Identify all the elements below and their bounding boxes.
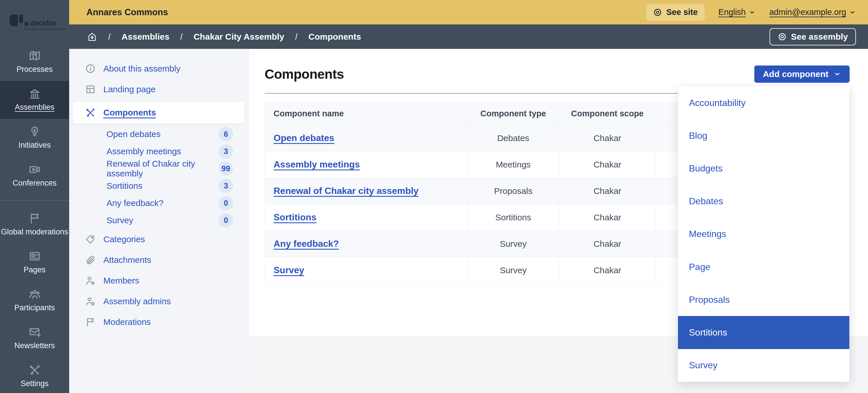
- menu-item[interactable]: Categories: [69, 229, 249, 250]
- sidebar-item[interactable]: Pages: [0, 244, 69, 282]
- component-link[interactable]: Renewal of Chakar city assembly: [274, 186, 418, 196]
- menu-item[interactable]: Assembly admins: [69, 291, 249, 312]
- page-title: Components: [265, 66, 344, 82]
- dropdown-item[interactable]: Budgets: [678, 152, 849, 185]
- submenu-item[interactable]: Open debates 6: [69, 125, 249, 143]
- user-menu[interactable]: admin@example.org: [769, 7, 856, 17]
- sidebar-item[interactable]: Settings: [0, 357, 69, 393]
- tag-icon: [85, 234, 96, 245]
- dropdown-item-label: Proposals: [689, 294, 730, 305]
- pages-icon: [28, 250, 41, 262]
- submenu-item[interactable]: Sortitions 3: [69, 177, 249, 195]
- component-link[interactable]: Survey: [274, 265, 304, 275]
- column-header-component-name: Component name: [265, 103, 468, 125]
- see-assembly-button[interactable]: See assembly: [770, 28, 856, 46]
- flag-icon: [28, 212, 41, 225]
- sidebar-item-label: Pages: [24, 265, 45, 274]
- assembly-menu-panel: About this assembly Landing page Compone…: [69, 49, 249, 393]
- component-link[interactable]: Open debates: [274, 133, 334, 143]
- logo-bar-icon: [19, 15, 23, 23]
- submenu-item[interactable]: Assembly meetings 3: [69, 143, 249, 160]
- menu-item[interactable]: Landing page: [69, 79, 249, 100]
- topbar: Annares Commons See site English admin@e…: [69, 0, 868, 24]
- component-link[interactable]: Assembly meetings: [274, 159, 360, 169]
- breadcrumb-assembly[interactable]: Chakar City Assembly: [193, 32, 284, 41]
- see-site-button[interactable]: See site: [646, 4, 705, 21]
- dropdown-item[interactable]: Accountability: [678, 86, 849, 119]
- sidebar-item[interactable]: Initiatives: [0, 119, 69, 157]
- sidebar-item-label: Conferences: [12, 179, 57, 188]
- dropdown-item[interactable]: Sortitions: [678, 316, 849, 349]
- sidebar-item[interactable]: Global moderations: [0, 206, 69, 244]
- submenu-item-label: Assembly meetings: [106, 146, 181, 156]
- submenu-item[interactable]: Renewal of Chakar city assembly 99: [69, 160, 249, 177]
- breadcrumb-assemblies[interactable]: Assemblies: [121, 32, 169, 41]
- info-icon: [85, 63, 96, 74]
- sidebar-item-label: Assemblies: [14, 103, 54, 112]
- menu-item-label: Components: [103, 108, 156, 117]
- home-icon[interactable]: [87, 32, 97, 42]
- user-email: admin@example.org: [769, 7, 846, 17]
- user-gear-icon: [85, 296, 96, 307]
- menu-item-label: Categories: [103, 234, 145, 244]
- sidebar-item-label: Settings: [21, 379, 49, 388]
- dropdown-item[interactable]: Page: [678, 251, 849, 283]
- sidebar-item[interactable]: Conferences: [0, 157, 69, 195]
- submenu-item[interactable]: Survey 0: [69, 212, 249, 229]
- logo-wordmark: decidim: [30, 20, 57, 26]
- conferences-video-icon: [28, 163, 41, 176]
- component-scope-cell: Chakar: [559, 178, 656, 204]
- decidim-logo: decidim free open-source democracy: [0, 0, 69, 43]
- count-badge: 3: [219, 179, 233, 193]
- component-type-cell: Survey: [468, 257, 559, 284]
- component-scope-cell: Chakar: [559, 151, 656, 178]
- count-badge: 99: [219, 162, 233, 176]
- dropdown-item[interactable]: Proposals: [678, 283, 849, 316]
- initiatives-bulb-icon: [28, 125, 41, 138]
- component-type-cell: Sortitions: [468, 204, 559, 231]
- menu-item[interactable]: Moderations: [69, 312, 249, 332]
- language-selector[interactable]: English: [718, 7, 755, 17]
- component-link[interactable]: Sortitions: [274, 212, 316, 222]
- processes-map-icon: [28, 49, 41, 62]
- eye-icon: [653, 8, 662, 17]
- menu-item-label: Attachments: [103, 255, 151, 265]
- menu-item-label: Moderations: [103, 317, 151, 327]
- sidebar-item[interactable]: Assemblies: [0, 81, 69, 119]
- menu-item[interactable]: Members: [69, 270, 249, 291]
- components-submenu: Open debates 6 Assembly meetings 3 Renew…: [69, 125, 249, 229]
- submenu-item-label: Renewal of Chakar city assembly: [106, 159, 219, 178]
- sidebar-item[interactable]: Processes: [0, 43, 69, 81]
- assemblies-bank-icon: [28, 87, 41, 100]
- sidebar-divider: [0, 200, 69, 200]
- dropdown-item-label: Blog: [689, 131, 707, 141]
- user-gear-icon: [85, 275, 96, 286]
- submenu-item[interactable]: Any feedback? 0: [69, 195, 249, 212]
- sidebar-item[interactable]: Participants: [0, 282, 69, 319]
- component-link[interactable]: Any feedback?: [274, 238, 339, 249]
- dropdown-item[interactable]: Survey: [678, 349, 849, 382]
- sidebar-nav-primary: Processes Assemblies Initiatives Confere…: [0, 43, 69, 195]
- menu-item[interactable]: Components: [73, 102, 244, 123]
- sidebar-item-label: Initiatives: [19, 141, 51, 150]
- organization-title: Annares Commons: [86, 7, 168, 18]
- layout-icon: [85, 84, 96, 95]
- breadcrumb: / Assemblies / Chakar City Assembly / Co…: [69, 24, 868, 49]
- dropdown-item[interactable]: Blog: [678, 119, 849, 152]
- dropdown-item[interactable]: Meetings: [678, 218, 849, 251]
- component-type-cell: Meetings: [468, 151, 559, 178]
- see-assembly-label: See assembly: [791, 32, 848, 41]
- sidebar-item-label: Global moderations: [1, 227, 68, 236]
- menu-item[interactable]: Attachments: [69, 250, 249, 270]
- dropdown-item-label: Accountability: [689, 98, 745, 108]
- column-header-component-type: Component type: [468, 103, 559, 125]
- dropdown-item[interactable]: Debates: [678, 185, 849, 218]
- dropdown-item-label: Sortitions: [689, 327, 727, 338]
- menu-item[interactable]: About this assembly: [69, 58, 249, 79]
- sidebar-nav-secondary: Global moderations Pages Participants Ne…: [0, 206, 69, 393]
- add-component-button[interactable]: Add component: [754, 65, 849, 83]
- sidebar-item[interactable]: Newsletters: [0, 319, 69, 357]
- add-component-dropdown: Accountability Blog Budgets Debates Meet…: [678, 86, 849, 382]
- breadcrumb-components[interactable]: Components: [309, 32, 361, 41]
- add-component-label: Add component: [763, 69, 828, 79]
